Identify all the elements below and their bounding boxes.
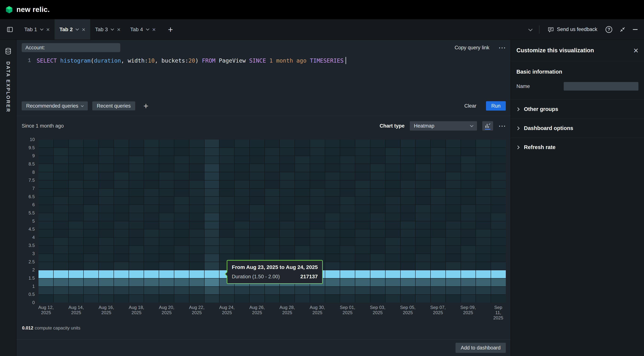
heatmap-cell	[129, 164, 144, 172]
heatmap-cell	[386, 156, 400, 164]
x-axis-label: Aug 16, 2025	[98, 305, 114, 315]
newrelic-logo[interactable]: new relic.	[5, 6, 50, 14]
heatmap-cell	[476, 148, 491, 156]
edit-chart-icon[interactable]	[482, 121, 493, 130]
heatmap-cell	[280, 189, 294, 196]
heatmap-cell	[401, 287, 416, 294]
name-input[interactable]	[564, 82, 638, 90]
tab-close-icon[interactable]: ×	[152, 26, 156, 32]
heatmap-cell	[144, 254, 159, 262]
panel-section-other-groups[interactable]: Other groups	[511, 100, 644, 118]
heatmap-plot[interactable]: From Aug 23, 2025 to Aug 24, 2025 Durati…	[38, 140, 506, 302]
heatmap-cell	[174, 287, 189, 294]
tab-close-icon[interactable]: ×	[117, 26, 120, 32]
clear-button[interactable]: Clear	[463, 103, 478, 109]
query-more-menu-icon[interactable]: ⋯	[498, 44, 506, 51]
send-feedback-button[interactable]: Send us feedback	[546, 26, 598, 33]
x-axis-label: Aug 26, 2025	[249, 305, 265, 315]
heatmap-cell	[340, 254, 355, 262]
heatmap-cell	[84, 156, 98, 164]
heatmap-cell	[99, 221, 114, 229]
heatmap-cell	[190, 254, 204, 262]
panel-section-dashboard-options[interactable]: Dashboard options	[511, 118, 644, 138]
heatmap-cell	[54, 180, 68, 188]
tab-tab-2[interactable]: Tab 2×	[54, 19, 90, 40]
heatmap-cell	[386, 164, 400, 172]
heatmap-cell	[340, 156, 355, 164]
tab-tab-4[interactable]: Tab 4×	[125, 19, 160, 40]
heatmap-cell	[491, 156, 506, 164]
heatmap-cell	[144, 148, 159, 156]
tab-close-icon[interactable]: ×	[82, 26, 85, 32]
heatmap-cell	[295, 140, 310, 147]
sidebar-toggle-icon[interactable]	[5, 19, 14, 40]
tab-chevron-icon[interactable]	[40, 27, 43, 30]
x-axis-label: Sep 03, 2025	[370, 305, 386, 315]
heatmap-cell	[491, 197, 506, 204]
run-button[interactable]: Run	[486, 101, 506, 110]
minimize-icon[interactable]	[633, 29, 638, 30]
heatmap-cell	[159, 238, 174, 246]
tab-tab-1[interactable]: Tab 1×	[20, 19, 54, 40]
add-tab-button[interactable]: +	[166, 19, 175, 40]
heatmap-cell	[476, 287, 491, 294]
heatmap-cell	[54, 140, 68, 147]
tab-overflow-chevron-icon[interactable]	[529, 28, 532, 31]
heatmap-cell	[280, 246, 294, 254]
heatmap-cell	[491, 164, 506, 172]
tab-list: Tab 1×Tab 2×Tab 3×Tab 4×	[20, 19, 160, 40]
heatmap-cell	[114, 197, 129, 204]
heatmap-cell	[234, 213, 249, 221]
heatmap-cell	[446, 270, 460, 278]
close-icon[interactable]: ×	[633, 46, 638, 55]
tab-close-icon[interactable]: ×	[46, 26, 50, 32]
heatmap-cell	[174, 180, 189, 188]
heatmap-cell	[204, 140, 219, 147]
heatmap-cell	[431, 238, 446, 246]
heatmap-cell	[220, 221, 234, 229]
recent-queries-button[interactable]: Recent queries	[92, 102, 135, 110]
tab-chevron-icon[interactable]	[76, 27, 79, 30]
account-picker[interactable]: Account:	[22, 43, 120, 52]
help-icon[interactable]: ?	[606, 26, 612, 33]
tab-tab-3[interactable]: Tab 3×	[90, 19, 125, 40]
compute-capacity-note: 0.012compute capacity units	[22, 325, 506, 330]
heatmap-cell	[401, 295, 416, 302]
heatmap-cell	[295, 189, 310, 196]
y-axis-label: 2	[32, 267, 35, 272]
heatmap-cell	[84, 213, 98, 221]
heatmap-cell	[204, 180, 219, 188]
recommended-queries-button[interactable]: Recommended queries	[22, 102, 88, 110]
nrql-query-input[interactable]: 1 SELECT histogram(duration, width:10, b…	[22, 57, 506, 64]
panel-section-refresh-rate[interactable]: Refresh rate	[511, 138, 644, 157]
heatmap-cell	[476, 213, 491, 221]
y-axis-label: 1	[32, 284, 35, 289]
copy-query-link-button[interactable]: Copy query link	[454, 45, 489, 50]
add-to-dashboard-button[interactable]: Add to dashboard	[456, 343, 506, 353]
heatmap-cell	[340, 189, 355, 196]
heatmap-cell	[190, 148, 204, 156]
database-icon[interactable]	[5, 48, 12, 55]
chart-type-select[interactable]: Heatmap	[410, 121, 477, 130]
heatmap-cell	[325, 229, 340, 237]
heatmap-cell	[401, 221, 416, 229]
heatmap-cell	[325, 189, 340, 196]
tab-chevron-icon[interactable]	[111, 27, 114, 30]
add-query-button[interactable]: +	[142, 101, 150, 111]
heatmap-cell	[174, 156, 189, 164]
heatmap-cell	[159, 205, 174, 213]
heatmap-cell	[204, 197, 219, 204]
heatmap-cell	[401, 148, 416, 156]
heatmap-cell	[491, 278, 506, 286]
chart-more-menu-icon[interactable]: ⋯	[498, 122, 506, 130]
heatmap-cell	[461, 172, 476, 180]
tab-chevron-icon[interactable]	[146, 27, 149, 30]
heatmap-cell	[355, 213, 370, 221]
heatmap-cell	[370, 156, 385, 164]
heatmap-cell	[220, 148, 234, 156]
heatmap-cell	[204, 229, 219, 237]
bottom-bar: Add to dashboard	[16, 340, 511, 356]
y-axis-label: 0.5	[28, 292, 35, 297]
heatmap-cell	[265, 205, 280, 213]
collapse-window-icon[interactable]	[619, 26, 626, 33]
